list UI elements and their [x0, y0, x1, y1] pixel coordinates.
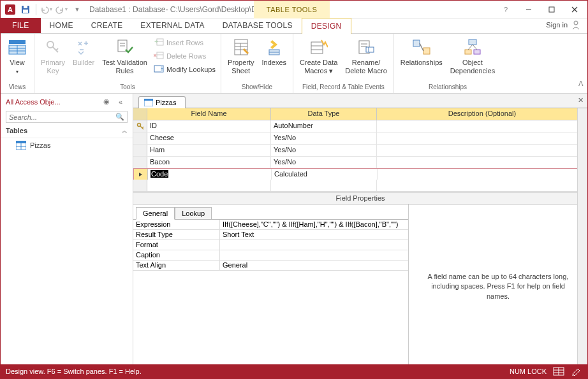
description-cell[interactable]: [377, 120, 587, 132]
property-value[interactable]: IIf([Cheese],"C","") & IIf([Ham],"H","")…: [220, 220, 408, 229]
nav-pane-header[interactable]: All Access Obje... ◉ «: [1, 94, 133, 110]
table-icon: [144, 99, 153, 106]
nav-pin-icon[interactable]: ◉: [99, 97, 114, 106]
insert-rows-button[interactable]: +Insert Rows: [152, 37, 217, 48]
data-type-cell[interactable]: Calculated: [272, 169, 378, 180]
tab-create[interactable]: CREATE: [82, 18, 132, 33]
description-cell[interactable]: [377, 157, 587, 168]
row-selector[interactable]: [133, 157, 147, 168]
row-selector[interactable]: [133, 145, 147, 156]
grid-row[interactable]: HamYes/No: [133, 145, 587, 157]
row-selector[interactable]: [133, 120, 147, 132]
key-icon: [43, 37, 63, 57]
delete-rows-icon: [154, 51, 164, 61]
svg-rect-49: [465, 50, 471, 54]
grid-row[interactable]: BaconYes/No: [133, 157, 587, 169]
save-icon[interactable]: [18, 3, 33, 17]
grid-row[interactable]: CheeseYes/No: [133, 132, 587, 145]
property-value[interactable]: [220, 240, 408, 250]
property-row[interactable]: Text AlignGeneral: [133, 261, 408, 271]
svg-rect-43: [366, 47, 374, 52]
nav-search-input[interactable]: [9, 113, 115, 121]
title-bar: A ▼ ▼ ▼ Database1 : Database- C:\Users\G…: [1, 1, 587, 18]
close-object-icon[interactable]: ✕: [578, 96, 584, 104]
header-data-type[interactable]: Data Type: [271, 108, 377, 120]
grid-row[interactable]: CodeCalculated: [133, 168, 587, 180]
svg-rect-45: [413, 40, 420, 46]
maximize-icon[interactable]: [540, 2, 563, 17]
view-design-icon[interactable]: [571, 367, 582, 376]
field-name-cell[interactable]: ID: [147, 120, 271, 132]
header-field-name[interactable]: Field Name: [147, 108, 271, 120]
grid-row[interactable]: IDAutoNumber: [133, 120, 587, 132]
test-validation-button[interactable]: Test Validation Rules: [99, 36, 150, 76]
row-selector[interactable]: [133, 132, 147, 144]
object-dependencies-button[interactable]: Object Dependencies: [448, 36, 497, 76]
view-datasheet-icon[interactable]: [553, 367, 564, 376]
create-data-macros-button[interactable]: Create Data Macros ▾: [297, 36, 340, 76]
tab-file[interactable]: FILE: [1, 18, 41, 33]
vertical-scrollbar[interactable]: [577, 108, 587, 369]
property-name: Caption: [133, 250, 220, 260]
fp-tab-general[interactable]: General: [136, 207, 175, 220]
svg-line-52: [473, 45, 477, 50]
modify-lookups-icon: [154, 64, 164, 75]
builder-button[interactable]: Builder: [70, 36, 97, 68]
delete-rows-button[interactable]: Delete Rows: [152, 50, 217, 62]
undo-icon[interactable]: ▼: [40, 3, 54, 17]
property-row[interactable]: Format: [133, 240, 408, 250]
property-row[interactable]: ExpressionIIf([Cheese],"C","") & IIf([Ha…: [133, 220, 408, 230]
property-row[interactable]: Caption: [133, 250, 408, 261]
property-value[interactable]: General: [220, 261, 408, 270]
row-selector[interactable]: [134, 169, 148, 180]
group-tools: Primary Key Builder Test Validation Rule…: [34, 34, 221, 93]
nav-collapse-icon[interactable]: «: [114, 98, 128, 106]
grid-row-empty[interactable]: [133, 180, 587, 192]
help-icon[interactable]: ?: [494, 2, 517, 17]
nav-group-tables[interactable]: Tables︽: [1, 124, 133, 138]
nav-item-pizzas[interactable]: Pizzas: [1, 138, 133, 152]
data-type-cell[interactable]: Yes/No: [271, 145, 377, 156]
field-name-cell[interactable]: Ham: [147, 145, 271, 156]
rename-delete-macro-button[interactable]: Rename/ Delete Macro: [342, 36, 389, 76]
modify-lookups-button[interactable]: Modify Lookups: [152, 64, 217, 75]
property-value[interactable]: [220, 250, 408, 260]
status-text: Design view. F6 = Switch panes. F1 = Hel…: [6, 368, 142, 375]
field-name-cell[interactable]: Cheese: [147, 132, 271, 144]
property-name: Format: [133, 240, 220, 250]
property-value[interactable]: Short Text: [220, 230, 408, 240]
description-cell[interactable]: [378, 169, 587, 180]
fp-tab-lookup[interactable]: Lookup: [175, 207, 212, 220]
redo-icon[interactable]: ▼: [55, 3, 69, 17]
collapse-ribbon-icon[interactable]: ᐱ: [578, 80, 584, 88]
data-type-cell[interactable]: Yes/No: [271, 132, 377, 144]
indexes-button[interactable]: Indexes: [260, 36, 290, 68]
tab-design[interactable]: DESIGN: [302, 18, 351, 34]
property-row[interactable]: Result TypeShort Text: [133, 230, 408, 240]
close-icon[interactable]: [563, 2, 586, 17]
relationships-button[interactable]: Relationships: [398, 36, 445, 68]
view-button[interactable]: View▼: [4, 36, 30, 76]
tab-database-tools[interactable]: DATABASE TOOLS: [214, 18, 302, 33]
access-icon[interactable]: A: [3, 3, 17, 17]
view-icon: [7, 37, 27, 57]
description-cell[interactable]: [377, 132, 587, 144]
field-name-cell[interactable]: Bacon: [147, 157, 271, 168]
object-tab-pizzas[interactable]: Pizzas: [138, 96, 186, 108]
select-all-rows[interactable]: [133, 108, 147, 120]
primary-key-button[interactable]: Primary Key: [38, 36, 68, 76]
tab-external-data[interactable]: EXTERNAL DATA: [131, 18, 213, 33]
data-type-cell[interactable]: Yes/No: [271, 157, 377, 168]
nav-search[interactable]: 🔍: [6, 111, 128, 123]
header-description[interactable]: Description (Optional): [377, 108, 587, 120]
validation-icon: [115, 37, 135, 57]
search-icon[interactable]: 🔍: [115, 113, 124, 121]
field-name-cell[interactable]: Code: [148, 169, 272, 180]
data-type-cell[interactable]: AutoNumber: [271, 120, 377, 132]
qat-customize-icon[interactable]: ▼: [70, 3, 84, 17]
description-cell[interactable]: [377, 145, 587, 156]
tab-home[interactable]: HOME: [41, 18, 82, 33]
minimize-icon[interactable]: [517, 2, 540, 17]
sign-in-link[interactable]: Sign in: [540, 17, 587, 33]
property-sheet-button[interactable]: Property Sheet: [225, 36, 257, 76]
